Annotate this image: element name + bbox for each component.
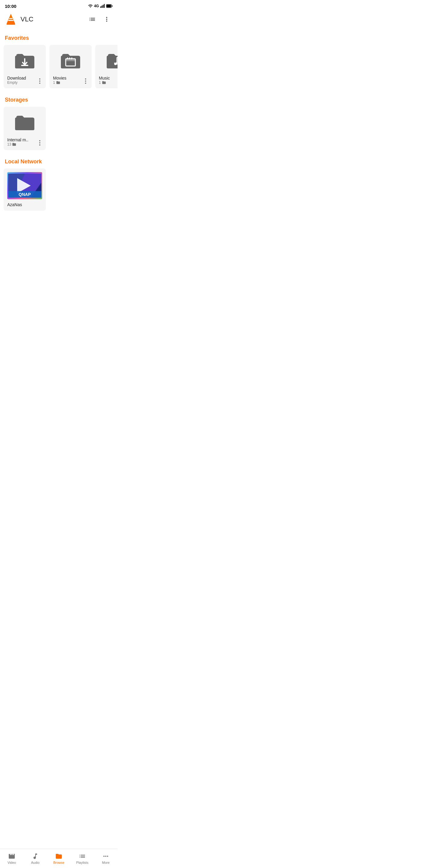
more-options-button[interactable]	[101, 13, 113, 25]
nav-audio-label: Audio	[31, 861, 39, 864]
movies-folder-icon	[60, 50, 82, 71]
qnap-logo: QNAP	[8, 174, 41, 198]
internal-memory-card[interactable]: Internal m.. 13	[4, 107, 46, 150]
movies-card-more-button[interactable]	[81, 76, 90, 86]
svg-rect-2	[103, 5, 104, 8]
wifi-icon	[88, 4, 93, 8]
nav-playlists[interactable]: Playlists	[70, 849, 94, 868]
nav-more[interactable]: More	[94, 849, 118, 868]
svg-point-18	[114, 63, 117, 65]
main-content: Favorites Download Empty	[0, 28, 118, 270]
favorites-scroll[interactable]: Download Empty	[0, 44, 118, 92]
nav-video-label: Video	[7, 861, 16, 864]
movies-card-sub: 1	[53, 81, 60, 85]
app-bar-actions	[86, 13, 113, 25]
storages-title: Storages	[0, 92, 118, 105]
nav-browse[interactable]: Browse	[47, 849, 70, 868]
svg-rect-1	[101, 6, 102, 8]
movies-folder-icon-container	[59, 49, 83, 73]
network-items: QNAP AzaNas	[0, 167, 118, 214]
more-options-icon	[103, 16, 110, 23]
audio-icon	[32, 852, 39, 860]
download-card-more-button[interactable]	[35, 76, 44, 86]
svg-rect-9	[8, 20, 13, 21]
app-bar: VLC	[0, 11, 118, 28]
three-dots-icon	[85, 79, 86, 84]
movies-card-name: Movies	[53, 76, 66, 81]
signal-icon	[100, 4, 105, 8]
status-time: 10:00	[5, 4, 16, 9]
download-card-name: Download	[7, 76, 26, 81]
browse-icon	[55, 852, 62, 860]
download-card-sub: Empty	[7, 81, 18, 85]
playlists-icon	[79, 852, 86, 860]
music-folder-icon-container	[104, 49, 118, 73]
more-nav-icon	[102, 852, 110, 860]
folder-count-icon	[12, 142, 16, 147]
music-folder-card[interactable]: Music 1	[95, 45, 118, 88]
three-dots-icon	[39, 79, 40, 84]
svg-rect-5	[112, 5, 113, 7]
movies-folder-card[interactable]: Movies 1	[50, 45, 92, 88]
nav-audio[interactable]: Audio	[24, 849, 47, 868]
internal-folder-icon-container	[13, 110, 37, 134]
nav-browse-label: Browse	[53, 861, 64, 864]
svg-text:QNAP: QNAP	[19, 192, 31, 197]
download-folder-card[interactable]: Download Empty	[4, 45, 46, 88]
music-card-name: Music	[99, 76, 110, 81]
storage-grid: Internal m.. 13	[0, 105, 118, 154]
bottom-nav: Video Audio Browse Playlists More	[0, 849, 118, 868]
list-view-icon	[89, 16, 96, 23]
download-folder-icon	[14, 50, 36, 71]
local-network-section: Local Network QNAP	[0, 154, 118, 214]
video-icon	[8, 852, 16, 860]
svg-rect-11	[7, 24, 15, 25]
favorites-section: Favorites Download Empty	[0, 30, 118, 92]
internal-folder-icon	[14, 112, 36, 133]
list-view-button[interactable]	[86, 13, 98, 25]
svg-rect-10	[9, 18, 13, 19]
app-logo	[5, 13, 17, 25]
three-dots-icon	[39, 140, 40, 146]
folder-count-icon	[56, 81, 60, 85]
svg-rect-3	[104, 4, 105, 8]
internal-card-more-button[interactable]	[35, 138, 44, 148]
app-title: VLC	[21, 16, 86, 23]
music-card-sub: 1	[99, 81, 106, 85]
music-folder-icon	[105, 50, 118, 71]
internal-card-sub: 13	[7, 142, 16, 147]
favorites-title: Favorites	[0, 30, 118, 44]
azanas-card-name: AzaNas	[7, 202, 22, 207]
svg-rect-0	[100, 6, 101, 8]
signal-text: 4G	[94, 4, 99, 8]
download-folder-icon-container	[13, 49, 37, 73]
internal-card-name: Internal m..	[7, 137, 28, 142]
battery-icon	[106, 4, 113, 8]
nav-playlists-label: Playlists	[76, 861, 88, 864]
svg-rect-6	[107, 5, 111, 7]
status-bar: 10:00 4G	[0, 0, 118, 11]
local-network-title: Local Network	[0, 154, 118, 167]
status-icons: 4G	[88, 4, 113, 8]
nav-video[interactable]: Video	[0, 849, 24, 868]
azanas-card[interactable]: QNAP AzaNas	[4, 168, 46, 211]
storages-section: Storages Internal m.. 13	[0, 92, 118, 154]
nav-more-label: More	[102, 861, 110, 864]
folder-count-icon	[102, 81, 106, 85]
azanas-image: QNAP	[7, 172, 42, 199]
